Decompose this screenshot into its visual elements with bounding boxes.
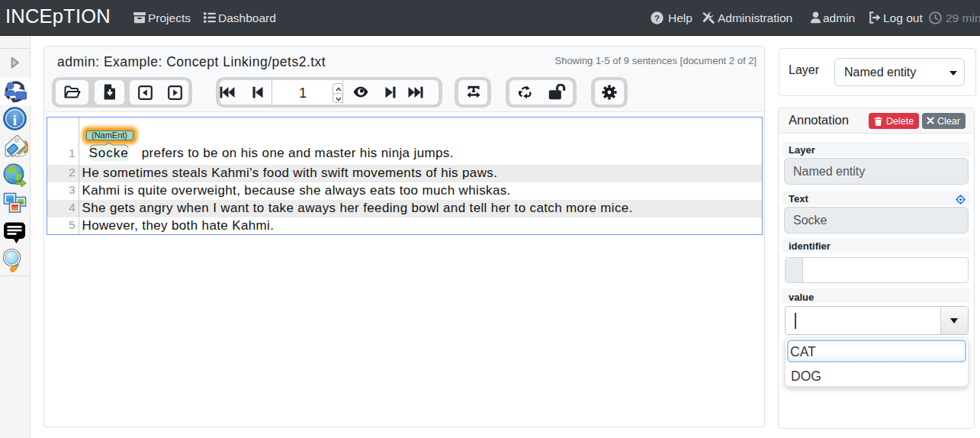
svg-text:i: i: [13, 112, 17, 128]
svg-text:?: ?: [654, 14, 660, 23]
